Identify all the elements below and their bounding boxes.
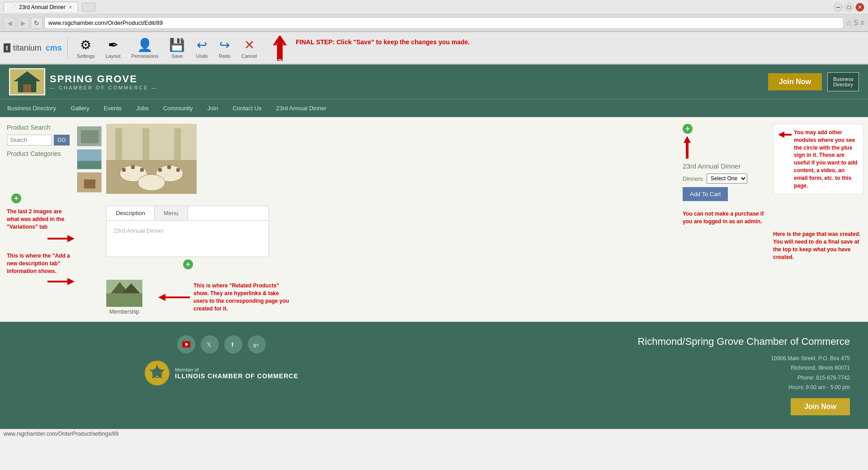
save-label: Save: [171, 53, 183, 59]
search-input[interactable]: [7, 135, 52, 146]
svg-point-18: [138, 174, 165, 191]
dinners-row: Dinners Select One: [683, 174, 764, 183]
permissions-tool-btn[interactable]: 👤 Permissions: [128, 36, 162, 61]
add-to-cart-btn[interactable]: Add To Cart: [683, 187, 728, 201]
browser-chrome: 📄 23rd Annual Dinner ✕ ─ □ ✕ ◀ ▶ ↻ ☆ S ≡: [0, 0, 868, 32]
nav-join[interactable]: Join: [200, 99, 226, 117]
up-arrow-product: [683, 136, 764, 159]
add-below-tabs-btn[interactable]: +: [183, 259, 193, 269]
back-btn[interactable]: ◀: [4, 17, 15, 29]
tab-close-btn[interactable]: ✕: [68, 5, 72, 10]
bookmark-icon[interactable]: ☆: [845, 19, 852, 27]
refresh-btn[interactable]: ↻: [31, 17, 42, 29]
facebook-icon[interactable]: f: [224, 335, 242, 353]
site-title: SPRING GROVE: [50, 73, 158, 85]
final-step-text: FINAL STEP: Click "Save" to keep the cha…: [291, 36, 474, 49]
related-product-membership[interactable]: Membership: [106, 280, 142, 315]
nav-business-directory[interactable]: Business Directory: [0, 99, 63, 117]
cancel-tool-btn[interactable]: ✕ Cancel: [238, 36, 260, 61]
cms-logo: t titanium cms: [4, 43, 62, 53]
product-title: 23rd Annual Dinner: [683, 162, 764, 170]
new-tab-btn[interactable]: [82, 3, 95, 12]
nav-jobs[interactable]: Jobs: [129, 99, 156, 117]
join-now-footer-btn[interactable]: Join Now: [791, 398, 850, 415]
footer-right: Richmond/Spring Grove Chamber of Commerc…: [443, 335, 850, 415]
svg-marker-33: [158, 294, 190, 301]
thumb-2[interactable]: [77, 149, 102, 169]
footer-phone: Phone: 815-678-7742: [443, 373, 850, 383]
minimize-btn[interactable]: ─: [834, 3, 843, 12]
tab-menu[interactable]: Menu: [155, 206, 188, 220]
top-right-plus[interactable]: +: [683, 124, 764, 134]
googleplus-icon[interactable]: g+: [248, 335, 266, 353]
left-plus-circle[interactable]: +: [11, 193, 75, 203]
footer-address-line1: 10906 Main Street, P.O. Box 475: [443, 354, 850, 364]
address-bar[interactable]: [44, 17, 844, 29]
business-directory-header-btn[interactable]: Business Directory: [827, 72, 859, 91]
site-logo-img: [9, 68, 45, 95]
footer-hours: Hours: 9:00 am - 5:00 pm: [443, 383, 850, 393]
redo-icon: ↪: [219, 38, 230, 52]
nav-community[interactable]: Community: [156, 99, 200, 117]
dinners-select[interactable]: Select One: [707, 174, 747, 183]
footer-left: 𝕏 f g+ Member of: [18, 335, 425, 415]
redo-tool-btn[interactable]: ↪ Redo: [215, 36, 234, 61]
thumbnail-column: [77, 126, 104, 317]
nav-events[interactable]: Events: [97, 99, 129, 117]
undo-icon: ↩: [197, 38, 207, 52]
svg-rect-20: [131, 165, 135, 169]
svg-text:f: f: [231, 341, 234, 348]
undo-tool-btn[interactable]: ↩ Undo: [192, 36, 211, 61]
status-bar: www.rsgchamber.com/OrderProduct/settings…: [0, 429, 868, 438]
settings-tool-btn[interactable]: ⚙ Settings: [73, 36, 99, 61]
footer-address: 10906 Main Street, P.O. Box 475 Richmond…: [443, 354, 850, 393]
undo-label: Undo: [196, 53, 208, 59]
nav-gallery[interactable]: Gallery: [63, 99, 96, 117]
svg-marker-34: [684, 136, 691, 159]
layout-tool-btn[interactable]: ✒ Layout: [102, 36, 124, 61]
cancel-icon: ✕: [244, 38, 255, 52]
cannot-purchase-annotation: You can not make a purchase if you are l…: [683, 210, 764, 226]
svg-marker-7: [47, 278, 75, 285]
add-modules-arrow-row: You may add other modules where you see …: [778, 129, 859, 189]
save-icon: 💾: [169, 38, 185, 52]
social-icons-row: 𝕏 f g+: [177, 335, 266, 353]
product-main-image: [106, 124, 197, 194]
browser-tab[interactable]: 📄 23rd Annual Dinner ✕: [4, 2, 78, 12]
svg-rect-28: [174, 128, 181, 160]
search-go-btn[interactable]: GO: [54, 135, 70, 146]
thumb-3[interactable]: [77, 172, 102, 193]
thumb-1[interactable]: [77, 126, 102, 146]
nav-annual-dinner[interactable]: 23rd Annual Dinner: [269, 99, 334, 117]
membership-product-img: [106, 280, 142, 307]
add-desc-tab-annotation: This is where the "Add a new description…: [7, 252, 75, 275]
search-row: GO: [7, 135, 75, 146]
join-now-header-btn[interactable]: Join Now: [768, 73, 822, 90]
related-products-annotation: This is where "Related Products" show. T…: [193, 282, 293, 312]
svg-rect-24: [176, 168, 180, 172]
extensions-icon: S: [854, 19, 859, 27]
tab-description[interactable]: Description: [107, 206, 155, 220]
product-details-col: + 23rd Annual Dinner Dinners Select One …: [678, 122, 769, 317]
below-tabs-plus[interactable]: +: [183, 259, 676, 269]
svg-rect-30: [106, 293, 142, 307]
tabs-container: Description Menu 23rd Annual Dinner: [106, 206, 269, 257]
add-top-right-btn[interactable]: +: [683, 124, 693, 134]
twitter-icon[interactable]: 𝕏: [201, 335, 219, 353]
up-arrow-annotation: [273, 36, 287, 61]
tab-title: 23rd Annual Dinner: [19, 4, 66, 10]
save-tool-btn[interactable]: 💾 Save: [165, 36, 189, 61]
menu-icon[interactable]: ≡: [860, 19, 864, 27]
svg-rect-27: [142, 128, 149, 160]
add-module-left-btn[interactable]: +: [11, 193, 21, 203]
product-center-col: Description Menu 23rd Annual Dinner +: [104, 122, 678, 317]
nav-contact-us[interactable]: Contact Us: [225, 99, 269, 117]
tab-headers: Description Menu: [107, 206, 269, 221]
maximize-btn[interactable]: □: [844, 3, 854, 12]
member-of-label: Member of: [175, 367, 298, 372]
close-btn[interactable]: ✕: [855, 3, 864, 12]
add-modules-annotation-box: You may add other modules where you see …: [773, 124, 863, 194]
svg-rect-21: [140, 168, 144, 172]
forward-btn[interactable]: ▶: [17, 17, 29, 29]
youtube-icon[interactable]: [177, 335, 195, 353]
